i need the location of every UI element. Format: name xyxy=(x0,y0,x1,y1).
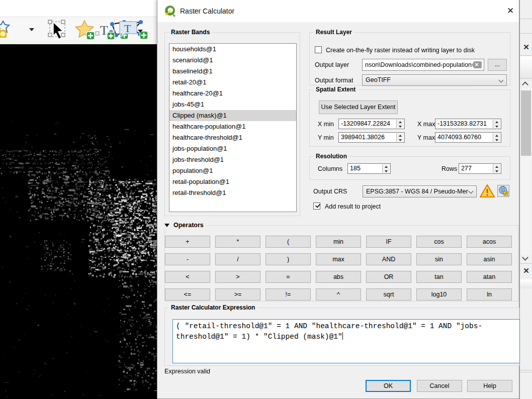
raster-band-item[interactable]: households@1 xyxy=(169,44,296,55)
operator-button[interactable]: ) xyxy=(265,253,311,265)
operator-button[interactable]: atan xyxy=(467,271,512,283)
spin-arrows-icon[interactable] xyxy=(382,164,390,173)
output-layer-input[interactable]: nson\Downloads\combined-population ✕ xyxy=(362,59,484,71)
raster-band-item[interactable]: healthcare-population@1 xyxy=(169,121,296,132)
cancel-button[interactable]: Cancel xyxy=(417,380,462,392)
scrollbar-thumb[interactable] xyxy=(521,90,531,156)
spin-arrows-icon[interactable] xyxy=(493,164,500,173)
balloon-annotation-icon[interactable]: T xyxy=(118,20,139,40)
select-annotation-icon[interactable] xyxy=(46,18,69,40)
clear-field-icon[interactable]: ✕ xyxy=(472,61,482,68)
expression-group: Raster Calculator Expression ( "retail-t… xyxy=(164,308,519,366)
crs-warning-icon xyxy=(480,184,495,198)
operator-button[interactable]: asin xyxy=(467,253,512,265)
spin-arrows-icon[interactable] xyxy=(396,120,404,128)
panel-header-strip xyxy=(520,279,532,288)
browse-button[interactable]: ... xyxy=(488,59,507,71)
operator-button[interactable]: abs xyxy=(316,271,361,283)
raster-band-item[interactable]: retail-20@1 xyxy=(169,77,296,88)
y-max-value: 4074093.60760 xyxy=(437,134,481,141)
output-format-label: Output format xyxy=(315,77,353,84)
operator-button[interactable]: min xyxy=(316,236,361,248)
operator-button[interactable]: log10 xyxy=(416,288,462,301)
raster-band-item[interactable]: jobs-threshold@1 xyxy=(169,154,296,165)
operator-button[interactable]: ( xyxy=(265,236,311,248)
panel-close-icon[interactable]: ✕ xyxy=(521,42,531,52)
style-star-icon[interactable] xyxy=(0,19,13,39)
operator-button[interactable]: ^ xyxy=(316,288,361,301)
operator-button[interactable]: + xyxy=(165,236,210,248)
spin-arrows-icon[interactable] xyxy=(396,133,404,142)
spin-arrows-icon[interactable] xyxy=(493,120,500,128)
x-max-spinbox[interactable]: -13153283.82731 xyxy=(435,119,501,129)
create-otf-checkbox[interactable] xyxy=(315,46,322,53)
columns-spinbox[interactable]: 185 xyxy=(347,163,391,174)
rows-value: 277 xyxy=(461,165,472,172)
help-button[interactable]: Help xyxy=(467,380,512,392)
raster-bands-list[interactable]: households@1scenarioId@1baselineId@1reta… xyxy=(169,43,297,212)
x-min-spinbox[interactable]: -13209847.22824 xyxy=(338,119,405,129)
add-result-checkbox[interactable] xyxy=(313,203,320,210)
qgis-logo-icon xyxy=(164,5,176,17)
operator-button[interactable]: ln xyxy=(467,288,512,301)
scroll-up-icon[interactable] xyxy=(523,80,529,84)
operator-button[interactable]: tan xyxy=(416,271,462,283)
dialog-close-icon[interactable]: ✕ xyxy=(504,6,516,17)
operator-button[interactable]: sqrt xyxy=(366,288,411,301)
operator-button[interactable]: OR xyxy=(366,271,411,283)
text-annotation-icon[interactable]: T xyxy=(94,19,117,42)
map-canvas[interactable] xyxy=(0,44,157,399)
operator-button[interactable]: IF xyxy=(366,236,411,248)
raster-band-item[interactable]: population@1 xyxy=(169,165,296,176)
operator-button[interactable]: cos xyxy=(416,236,462,248)
raster-band-item[interactable]: healthcare-threshold@1 xyxy=(169,132,296,143)
y-max-spinbox[interactable]: 4074093.60760 xyxy=(435,132,501,143)
operator-button[interactable]: < xyxy=(165,271,210,283)
operators-header[interactable]: Operators xyxy=(164,222,207,229)
panel-close-icon[interactable]: ✕ xyxy=(521,266,531,276)
toolbar-separator xyxy=(114,20,115,38)
qgis-main-window: T T xyxy=(0,0,157,399)
raster-band-item[interactable]: jobs-45@1 xyxy=(169,99,296,110)
dialog-titlebar[interactable]: Raster Calculator ✕ xyxy=(157,0,519,22)
spin-arrows-icon[interactable] xyxy=(493,133,500,142)
y-min-spinbox[interactable]: 3989401.38026 xyxy=(338,132,405,143)
raster-band-item[interactable]: retail-population@1 xyxy=(169,176,296,187)
operator-button[interactable]: acos xyxy=(467,236,512,248)
screen: T T ✕ ✕ xyxy=(0,0,532,399)
output-crs-value: EPSG:3857 - WGS 84 / Pseudo-Mer xyxy=(366,188,468,195)
raster-band-item[interactable]: jobs-population@1 xyxy=(169,143,296,154)
operator-button[interactable]: sin xyxy=(416,253,462,265)
output-crs-select[interactable]: EPSG:3857 - WGS 84 / Pseudo-Mer xyxy=(363,185,477,197)
dropdown-caret-icon[interactable] xyxy=(138,30,143,33)
operator-button[interactable]: / xyxy=(215,253,260,265)
operator-button[interactable]: = xyxy=(265,271,311,283)
divider xyxy=(520,78,532,79)
expression-status: Expression valid xyxy=(164,368,210,375)
operator-button[interactable]: > xyxy=(215,271,260,283)
raster-band-item[interactable]: baselineId@1 xyxy=(169,66,296,77)
operator-button[interactable]: max xyxy=(316,253,361,265)
operator-button[interactable]: != xyxy=(265,288,311,301)
operator-button[interactable]: <= xyxy=(165,288,210,301)
ok-button[interactable]: OK xyxy=(366,380,411,392)
scroll-down-icon[interactable] xyxy=(523,254,529,258)
raster-band-item[interactable]: Clipped (mask)@1 xyxy=(169,110,296,121)
columns-value: 185 xyxy=(350,165,361,172)
use-selected-layer-extent-button[interactable]: Use Selected Layer Extent xyxy=(319,101,398,114)
operator-button[interactable]: * xyxy=(215,236,260,248)
rows-spinbox[interactable]: 277 xyxy=(459,163,501,174)
raster-band-item[interactable]: scenarioId@1 xyxy=(169,55,296,66)
result-layer-label: Result Layer xyxy=(314,29,354,36)
operator-button[interactable]: - xyxy=(165,253,210,265)
dropdown-caret-icon[interactable] xyxy=(29,28,34,31)
select-crs-button[interactable] xyxy=(497,185,509,197)
spatial-extent-group: Spatial Extent Use Selected Layer Extent… xyxy=(309,89,510,147)
raster-band-item[interactable]: healthcare-20@1 xyxy=(169,88,296,99)
operator-button[interactable]: AND xyxy=(366,253,411,265)
y-min-label: Y min xyxy=(318,134,334,141)
expression-textarea[interactable]: ( "retail-threshold@1" = 1 AND "healthca… xyxy=(172,319,520,363)
raster-band-item[interactable]: retail-threshold@1 xyxy=(169,187,296,198)
output-format-select[interactable]: GeoTIFF xyxy=(362,74,507,86)
operator-button[interactable]: >= xyxy=(215,288,260,301)
